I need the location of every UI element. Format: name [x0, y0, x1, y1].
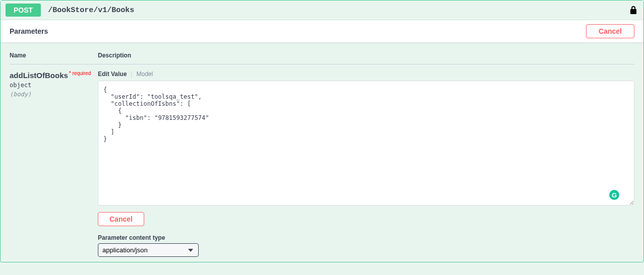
- column-name-header: Name: [10, 52, 98, 59]
- column-description-header: Description: [98, 52, 634, 59]
- required-marker: * required: [69, 71, 91, 76]
- http-method-badge: POST: [6, 4, 41, 17]
- parameter-in: (body): [10, 91, 98, 98]
- parameters-title: Parameters: [10, 27, 48, 35]
- tab-edit-value[interactable]: Edit Value: [98, 71, 127, 78]
- parameter-row: addListOfBooks* required object (body) E…: [10, 71, 634, 257]
- tab-model[interactable]: Model: [136, 71, 153, 78]
- value-editor-tabs: Edit Value | Model: [98, 71, 634, 78]
- param-cancel-button[interactable]: Cancel: [98, 212, 144, 226]
- request-body-textarea[interactable]: [98, 81, 634, 205]
- cancel-button[interactable]: Cancel: [586, 24, 634, 38]
- column-header-row: Name Description: [10, 52, 634, 64]
- content-type-label: Parameter content type: [98, 234, 634, 241]
- parameter-name-cell: addListOfBooks* required object (body): [10, 71, 98, 257]
- endpoint-path: /BookStore/v1/Books: [48, 6, 134, 15]
- parameter-name: addListOfBooks: [10, 71, 68, 80]
- parameters-bar: Parameters Cancel: [1, 20, 643, 43]
- parameters-body: Name Description addListOfBooks* require…: [1, 43, 643, 262]
- body-textarea-wrap: G: [98, 81, 634, 207]
- tab-separator: |: [131, 71, 132, 78]
- content-type-block: Parameter content type application/json: [98, 234, 634, 257]
- content-type-select[interactable]: application/json: [98, 243, 199, 257]
- parameter-desc-cell: Edit Value | Model G Cancel Parameter co…: [98, 71, 634, 257]
- operation-block: POST /BookStore/v1/Books Parameters Canc…: [0, 0, 644, 262]
- operation-header[interactable]: POST /BookStore/v1/Books: [1, 1, 643, 20]
- lock-icon[interactable]: [629, 6, 637, 16]
- parameter-type: object: [10, 82, 98, 89]
